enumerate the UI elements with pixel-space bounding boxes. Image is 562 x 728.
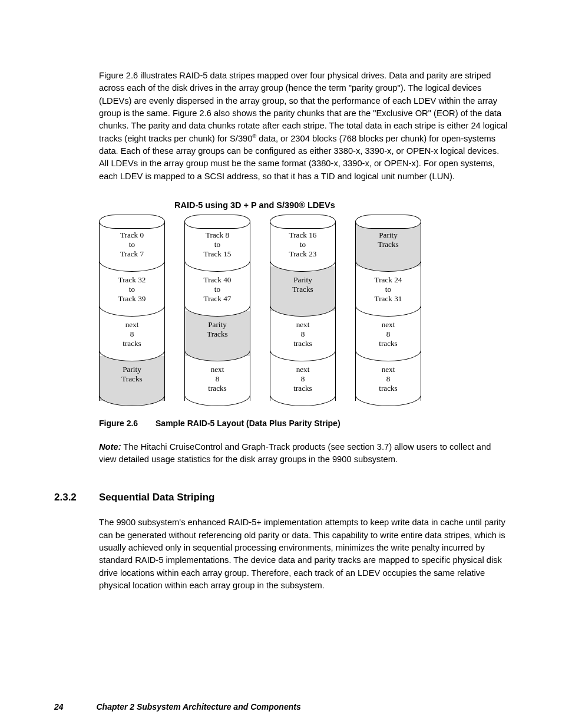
line: 8 <box>386 374 391 383</box>
line: to <box>214 285 220 294</box>
drive-1: Track 0toTrack 7 Track 32toTrack 39 next… <box>99 215 165 401</box>
segment: Track 24toTrack 31 <box>355 266 421 311</box>
line: 8 <box>301 330 305 338</box>
line: Track 39 <box>118 294 146 303</box>
body-paragraph-2: The 9900 subsystem's enhanced RAID-5+ im… <box>99 516 508 592</box>
raid5-diagram: Track 0toTrack 7 Track 32toTrack 39 next… <box>99 215 508 401</box>
line: to <box>214 240 220 249</box>
line: Track 15 <box>204 249 232 258</box>
cylinder-top <box>270 215 336 229</box>
line: to <box>300 240 306 249</box>
segment: ParityTracks <box>184 311 250 356</box>
line: tracks <box>293 384 312 393</box>
line: Track 16 <box>289 230 317 239</box>
line: Track 23 <box>289 249 317 258</box>
line: Track 32 <box>118 275 146 284</box>
segment: Track 32toTrack 39 <box>99 266 165 311</box>
segment: next8tracks <box>184 356 250 401</box>
line: Track 24 <box>375 275 402 284</box>
line: Track 8 <box>206 230 229 239</box>
line: next <box>211 365 224 374</box>
line: Tracks <box>378 240 398 249</box>
cylinder-top <box>184 215 250 229</box>
segment: next8tracks <box>270 356 336 401</box>
line: Tracks <box>121 374 142 383</box>
segment: next8tracks <box>355 356 421 401</box>
line: tracks <box>293 339 312 348</box>
figure-number: Figure 2.6 <box>99 419 138 428</box>
page-content: Figure 2.6 illustrates RAID-5 data strip… <box>0 0 562 592</box>
line: tracks <box>379 384 398 393</box>
line: next <box>296 320 310 329</box>
line: Tracks <box>292 285 313 294</box>
line: tracks <box>208 384 227 393</box>
line: tracks <box>379 339 398 348</box>
line: next <box>125 320 139 329</box>
figure-title: RAID-5 using 3D + P and S/390® LDEVs <box>174 200 508 210</box>
segment: next8tracks <box>99 311 165 356</box>
line: Track 7 <box>120 249 144 258</box>
line: Track 47 <box>204 294 232 303</box>
line: Parity <box>293 275 312 284</box>
chapter-label: Chapter 2 Subsystem Architecture and Com… <box>96 702 300 711</box>
figure-caption-text: Sample RAID-5 Layout (Data Plus Parity S… <box>156 419 340 428</box>
line: 8 <box>301 374 305 383</box>
cylinder-top <box>355 215 421 229</box>
section-number: 2.3.2 <box>54 492 99 503</box>
note-label: Note: <box>99 442 121 452</box>
segment: next8tracks <box>270 311 336 356</box>
line: to <box>129 240 135 249</box>
segment: ParityTracks <box>99 356 165 401</box>
line: next <box>382 365 395 374</box>
segment: ParityTracks <box>270 266 336 311</box>
note-paragraph: Note: The Hitachi CruiseControl and Grap… <box>99 441 508 466</box>
text: Figure 2.6 illustrates RAID-5 data strip… <box>99 71 507 143</box>
drive-3: Track 16toTrack 23 ParityTracks next8tra… <box>270 215 336 401</box>
section-title: Sequential Data Striping <box>99 492 214 503</box>
page-footer: 24 Chapter 2 Subsystem Architecture and … <box>54 702 301 711</box>
page-number: 24 <box>54 702 64 711</box>
figure-2-6: RAID-5 using 3D + P and S/390® LDEVs Tra… <box>99 200 508 401</box>
line: next <box>296 365 310 374</box>
line: Track 31 <box>375 294 402 303</box>
line: to <box>129 285 135 294</box>
segment: next8tracks <box>355 311 421 356</box>
drive-2: Track 8toTrack 15 Track 40toTrack 47 Par… <box>184 215 250 401</box>
drive-4: ParityTracks Track 24toTrack 31 next8tra… <box>355 215 421 401</box>
line: Track 0 <box>120 230 144 239</box>
note-text: The Hitachi CruiseControl and Graph-Trac… <box>99 442 491 464</box>
line: Tracks <box>207 330 227 338</box>
line: Parity <box>208 320 227 329</box>
line: tracks <box>123 339 141 348</box>
figure-caption: Figure 2.6 Sample RAID-5 Layout (Data Pl… <box>99 419 508 428</box>
line: Parity <box>379 230 398 239</box>
body-paragraph-1: Figure 2.6 illustrates RAID-5 data strip… <box>99 70 508 183</box>
line: 8 <box>216 374 220 383</box>
section-heading-2-3-2: 2.3.2 Sequential Data Striping <box>54 492 508 503</box>
line: next <box>382 320 395 329</box>
segment: Track 40toTrack 47 <box>184 266 250 311</box>
cylinder-top <box>99 215 165 229</box>
line: Track 40 <box>204 275 232 284</box>
line: 8 <box>130 330 134 338</box>
line: to <box>385 285 391 294</box>
line: Parity <box>123 365 141 374</box>
line: 8 <box>386 330 391 338</box>
